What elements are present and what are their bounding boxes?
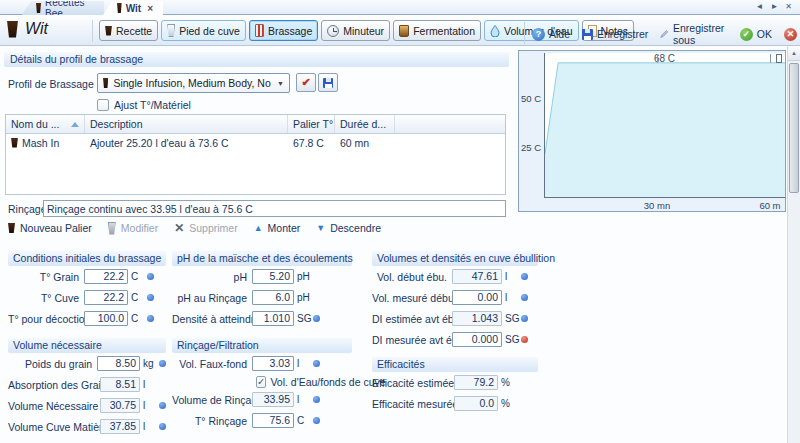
beer-icon [105,26,112,36]
checkbox-unchecked[interactable] [97,99,109,111]
arrow-up-icon: ▲ [254,223,263,233]
field-row: Efficacité mesurée 0.0 % [372,393,538,414]
section-efficacites: Efficacités Efficacité estimée 79.2 % Ef… [372,357,538,414]
enregistrer-button[interactable]: Enregistrer [582,22,648,46]
status-dot [159,402,166,409]
button-label: Brassage [268,25,312,37]
t-decoction-input[interactable]: 100.0 [84,311,128,326]
y-axis-tick-label: 25 C [519,142,541,153]
mash-profile-chart: 68 C 50 C25 C30 mn60 m [518,50,786,212]
section-header: Conditions initiales du brassage [8,251,166,266]
rincage-input[interactable]: Rinçage continu avec 33.95 l d'eau à 75.… [43,200,506,217]
segment-tick [657,54,658,63]
chart-area-svg [545,53,785,197]
column-header-nom[interactable]: Nom du ... [6,115,85,133]
nouveau-palier-button[interactable]: Nouveau Palier [8,222,92,234]
field-label: Vol. début ébu. [372,271,452,283]
di-mesuree-input[interactable]: 0.000 [452,332,502,347]
field-unit: pH [297,271,311,282]
x-axis-tick-label: 60 m [754,200,786,211]
main-toolbar: Wit Recette Pied de cuve Brassage Minute… [0,16,800,46]
pied-de-cuve-button[interactable]: Pied de cuve [161,20,246,41]
chevron-down-icon: ▼ [277,80,284,87]
field-unit: kg [143,358,157,369]
field-unit: l [505,292,519,303]
vol-mesure-debut-ebu-input[interactable]: 0.00 [452,290,502,305]
ok-button[interactable]: ✓ OK [740,22,772,46]
t-grain-input[interactable]: 22.2 [84,269,128,284]
checkbox-checked[interactable]: ✓ [256,376,266,388]
field-row: Vol. mesuré début ébu 0.00 l [372,287,538,308]
scrollbar-thumb[interactable] [789,63,799,193]
field-unit: l [505,271,519,282]
field-label: Volume Nécessaire [8,400,100,412]
table-row[interactable]: Mash In Ajouter 25.20 l d'eau à 73.6 C 6… [6,134,505,151]
red-check-icon: ✔ [301,76,310,89]
field-row: Vol. début ébu. 47.61 l [372,266,538,287]
save-disk-icon [323,78,333,88]
scrollbar-up-arrow[interactable]: ▲ [788,46,800,61]
tab-recettes[interactable]: Recettes Bee... [22,1,104,15]
beer-icon [11,138,18,148]
field-row: T° Grain 22.2 C [8,266,166,287]
field-unit: l [297,358,311,369]
checkbox-label: Ajust T°/Matériel [114,99,191,111]
annuler-button[interactable]: ✕ Annuler [784,22,800,46]
help-icon: ? [532,28,545,41]
button-label: Pied de cuve [179,25,240,37]
apply-profile-button[interactable]: ✔ [296,73,316,92]
monter-button[interactable]: ▲ Monter [254,222,301,234]
field-unit: C [131,271,145,282]
action-buttons: ? Aide Enregistrer Enregistrer sous ✓ OK… [532,22,800,46]
t-cuve-input[interactable]: 22.2 [84,290,128,305]
field-unit: SG [505,334,519,345]
section-rincage-filtration: Rinçage/Filtration Vol. Faux-fond 3.03 l… [172,338,352,431]
tab-navigation: ◄ ► ✕ [755,2,792,11]
button-label: Aide [549,28,570,40]
profil-brassage-combobox[interactable]: Single Infusion, Medium Body, No Mash Ou… [97,73,290,93]
column-header-duree[interactable]: Durée d... [335,115,395,133]
vol-debut-ebu-value: 47.61 [452,269,502,284]
tab-wit[interactable]: Wit × [103,1,163,15]
mash-icon [255,24,264,37]
column-header-palier[interactable]: Palier T° [288,115,335,133]
aide-button[interactable]: ? Aide [532,22,570,46]
recette-button[interactable]: Recette [99,20,158,41]
glass-icon [167,24,175,37]
status-dot [313,315,320,322]
brassage-button[interactable]: Brassage [249,20,318,41]
step-action-row: Nouveau Palier Modifier ✕ Supprimer ▲ Mo… [8,221,381,235]
vol-faux-fond-input[interactable]: 3.03 [252,356,294,371]
absorption-grains-value: 8.51 [100,377,140,392]
minuteur-button[interactable]: Minuteur [321,20,390,41]
button-label: Enregistrer [597,28,648,40]
save-profile-button[interactable] [318,73,338,92]
segment-end-marker [776,54,782,63]
supprimer-button[interactable]: ✕ Supprimer [174,221,238,235]
ph-input[interactable]: 5.20 [252,269,294,284]
nav-close-icon[interactable]: ✕ [785,2,792,11]
modifier-button[interactable]: Modifier [108,222,158,235]
section-header: Volumes et densités en cuve ébullition [372,251,538,266]
sort-ascending-icon [71,122,79,127]
column-header-description[interactable]: Description [85,115,288,133]
button-label: OK [757,28,772,40]
field-row: Densité à atteindre 1.010 SG [172,308,352,329]
ph-rincage-input[interactable]: 6.0 [252,290,294,305]
densite-atteindre-input[interactable]: 1.010 [252,311,294,326]
descendre-button[interactable]: ▼ Descendre [316,222,381,234]
poids-grain-input[interactable]: 8.50 [97,356,140,371]
t-rincage-input[interactable]: 75.6 [252,413,294,428]
x-axis-tick-label: 30 mn [641,200,673,211]
field-row: pH au Rinçage 6.0 pH [172,287,352,308]
nav-back-icon[interactable]: ◄ [755,2,763,11]
field-row: Absorption des Grains 8.51 l [8,374,166,395]
enregistrer-sous-button[interactable]: Enregistrer sous [660,22,727,46]
fermentation-button[interactable]: Fermentation [393,20,481,41]
nav-forward-icon[interactable]: ► [770,2,778,11]
vertical-scrollbar[interactable]: ▲ [787,46,800,443]
tab-close-icon[interactable]: × [147,3,153,14]
toolbar-separator [524,22,525,44]
profil-brassage-label: Profil de Brassage [8,78,94,90]
field-row: DI mesurée avt ébu. 0.000 SG [372,329,538,350]
